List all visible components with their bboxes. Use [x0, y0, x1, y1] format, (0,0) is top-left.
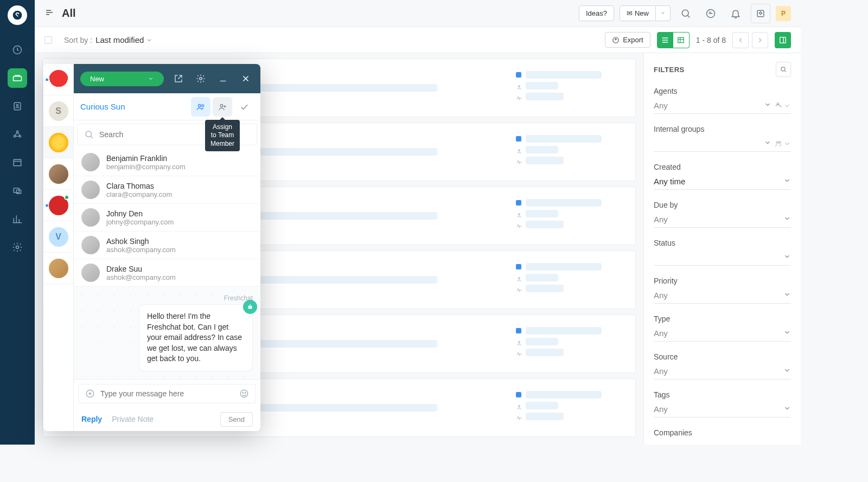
- sort-dropdown[interactable]: Last modified: [95, 35, 152, 44]
- gear-icon[interactable]: [193, 70, 209, 87]
- toolbar: Sort by : Last modified Export 1 - 8 of …: [35, 27, 801, 53]
- filters-panel: FILTERS Agents Any Internal groups Creat…: [643, 53, 801, 445]
- filter-label-priority: Priority: [654, 277, 791, 285]
- svg-point-20: [519, 342, 520, 343]
- chat-body: Freshchat Hello there! I'm the Freshchat…: [74, 287, 260, 379]
- list-view-button[interactable]: [657, 32, 673, 48]
- search-icon[interactable]: [676, 4, 695, 23]
- filter-label-status: Status: [654, 239, 791, 247]
- member-row[interactable]: Clara Thomasclara@company.com: [74, 176, 260, 204]
- chat-header: New: [74, 64, 260, 93]
- nav-reports-icon[interactable]: [8, 209, 27, 229]
- filter-label-type: Type: [654, 314, 791, 323]
- svg-point-16: [519, 86, 520, 87]
- svg-point-4: [16, 131, 18, 132]
- select-all-checkbox[interactable]: [44, 36, 52, 44]
- chat-rail-item[interactable]: V: [43, 221, 73, 253]
- member-row[interactable]: Ashok Singhashok@company.com: [74, 232, 260, 259]
- filter-label-tags: Tags: [654, 390, 791, 399]
- user-avatar[interactable]: P: [776, 6, 791, 21]
- prev-page-button[interactable]: [732, 32, 749, 48]
- send-button[interactable]: Send: [220, 412, 253, 427]
- chat-rail-item[interactable]: [43, 158, 73, 190]
- svg-rect-1: [14, 76, 22, 81]
- chat-icon[interactable]: [701, 4, 720, 23]
- ideas-button[interactable]: Ideas?: [579, 5, 614, 21]
- assign-group-icon[interactable]: [191, 97, 210, 117]
- chat-text-field[interactable]: [100, 389, 234, 398]
- chat-rail-item[interactable]: [43, 127, 73, 158]
- chat-rail-item[interactable]: [43, 190, 73, 221]
- private-note-tab[interactable]: Private Note: [112, 415, 154, 423]
- filter-internal-groups-dropdown[interactable]: [654, 136, 791, 152]
- filter-label-created: Created: [654, 163, 791, 171]
- bot-name-label: Freshchat: [81, 294, 253, 302]
- chat-rail-item[interactable]: [43, 253, 73, 284]
- member-row[interactable]: Benjamin Franklinbenjamin@company.com: [74, 149, 260, 176]
- apps-icon[interactable]: [751, 4, 770, 23]
- assign-member-icon[interactable]: Assign to Team Member: [213, 97, 232, 117]
- filter-label-due-by: Due by: [654, 201, 791, 209]
- nav-solutions-icon[interactable]: [8, 153, 27, 172]
- reply-tab[interactable]: Reply: [81, 415, 102, 423]
- member-row[interactable]: Drake Suuashok@company.com: [74, 259, 260, 287]
- notifications-icon[interactable]: [726, 4, 745, 23]
- filter-label-companies: Companies: [654, 428, 791, 437]
- member-row[interactable]: Johny Denjohny@company.com: [74, 204, 260, 232]
- filter-type-dropdown[interactable]: Any: [654, 325, 791, 342]
- next-page-button[interactable]: [752, 32, 768, 48]
- nav-forums-icon[interactable]: [8, 181, 27, 201]
- emoji-icon[interactable]: [239, 389, 249, 399]
- toggle-filters-button[interactable]: [775, 32, 791, 48]
- nav-social-icon[interactable]: [8, 125, 27, 144]
- svg-point-28: [202, 104, 204, 106]
- page-title: All: [62, 7, 76, 20]
- table-view-button[interactable]: [673, 32, 690, 48]
- svg-rect-14: [678, 37, 684, 42]
- chat-input[interactable]: [78, 384, 256, 403]
- filter-tags-dropdown[interactable]: Any: [654, 401, 791, 417]
- nav-contacts-icon[interactable]: [8, 97, 27, 116]
- chat-widget: S V New Curious Sun Assign to Team Membe…: [43, 64, 260, 431]
- export-button[interactable]: Export: [605, 32, 650, 48]
- filter-search-button[interactable]: [776, 62, 791, 77]
- filter-status-dropdown[interactable]: [654, 249, 791, 266]
- svg-rect-31: [248, 306, 252, 309]
- svg-point-6: [19, 136, 21, 137]
- hamburger-icon[interactable]: [44, 8, 54, 20]
- svg-point-33: [251, 307, 251, 307]
- filter-priority-dropdown[interactable]: Any: [654, 287, 791, 304]
- chat-status-pill[interactable]: New: [80, 72, 164, 86]
- nav-settings-icon[interactable]: [8, 237, 27, 257]
- svg-point-19: [519, 278, 520, 279]
- svg-point-3: [16, 105, 18, 106]
- filter-agents-dropdown[interactable]: Any: [654, 98, 791, 114]
- close-icon[interactable]: [238, 70, 254, 87]
- pagination-label: 1 - 8 of 8: [696, 36, 726, 44]
- resolve-icon[interactable]: [234, 97, 254, 117]
- svg-point-18: [519, 214, 520, 215]
- assign-tooltip: Assign to Team Member: [205, 120, 240, 152]
- svg-point-22: [781, 67, 785, 71]
- svg-point-5: [14, 136, 15, 137]
- bot-avatar-icon: [243, 300, 257, 314]
- chat-subheader: Curious Sun Assign to Team Member: [74, 93, 260, 120]
- member-list: Benjamin Franklinbenjamin@company.com Cl…: [74, 149, 260, 287]
- new-button[interactable]: ✉New: [620, 5, 656, 21]
- svg-point-32: [249, 307, 250, 307]
- filters-title: FILTERS: [654, 66, 685, 74]
- minimize-icon[interactable]: [215, 70, 231, 87]
- popout-icon[interactable]: [170, 70, 187, 87]
- filter-created-dropdown[interactable]: Any time: [654, 173, 791, 190]
- attach-icon[interactable]: [85, 389, 95, 399]
- chat-rail-item[interactable]: S: [43, 95, 73, 127]
- nav-dashboard-icon[interactable]: [8, 40, 27, 60]
- filter-source-dropdown[interactable]: Any: [654, 363, 791, 380]
- svg-point-9: [16, 246, 19, 249]
- filter-due-by-dropdown[interactable]: Any: [654, 211, 791, 228]
- new-dropdown-button[interactable]: [656, 5, 671, 21]
- filter-label-source: Source: [654, 352, 791, 361]
- chat-rail-item[interactable]: [43, 64, 73, 95]
- chat-user-name[interactable]: Curious Sun: [80, 102, 125, 111]
- nav-tickets-icon[interactable]: [8, 68, 27, 88]
